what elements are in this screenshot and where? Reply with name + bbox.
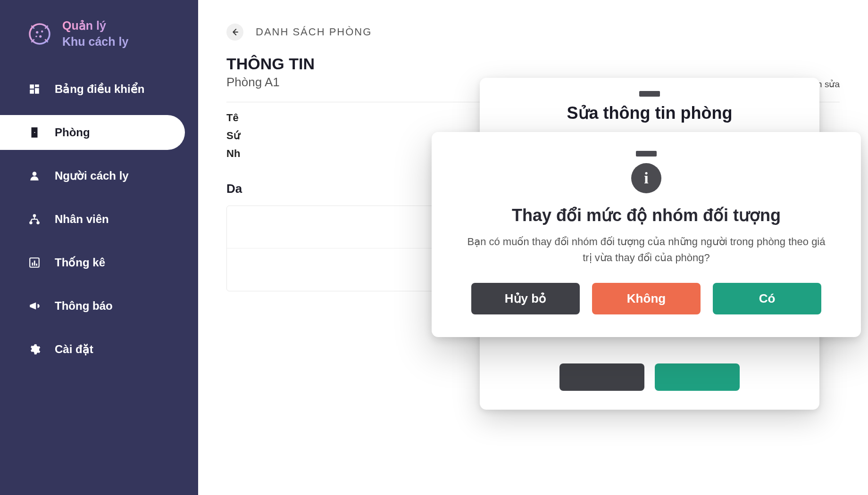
svg-rect-16 bbox=[30, 90, 34, 94]
confirm-actions: Hủy bỏ Không Có bbox=[455, 283, 837, 314]
svg-point-19 bbox=[33, 172, 37, 176]
breadcrumb-title: DANH SÁCH PHÒNG bbox=[256, 26, 372, 38]
nav-label: Thông báo bbox=[55, 299, 113, 313]
nav-label: Thống kê bbox=[55, 256, 105, 269]
svg-rect-25 bbox=[34, 260, 35, 265]
nav-announce[interactable]: Thông báo bbox=[0, 289, 185, 323]
confirm-group-change-modal: i Thay đổi mức độ nhóm đối tượng Bạn có … bbox=[432, 132, 861, 337]
nav-label: Phòng bbox=[55, 126, 90, 139]
modal-title: Sửa thông tin phòng bbox=[499, 103, 801, 123]
app-root: Quản lý Khu cách ly Bảng điều khiển Phòn… bbox=[0, 0, 868, 495]
nav-label: Bảng điều khiển bbox=[55, 82, 144, 96]
brand: Quản lý Khu cách ly bbox=[0, 13, 198, 69]
svg-point-22 bbox=[36, 221, 40, 224]
gear-icon bbox=[27, 342, 42, 356]
confirm-title: Thay đổi mức độ nhóm đối tượng bbox=[455, 206, 837, 225]
svg-rect-26 bbox=[36, 264, 37, 265]
svg-point-11 bbox=[39, 35, 42, 37]
nav-staff[interactable]: Nhân viên bbox=[0, 202, 185, 237]
orgchart-icon bbox=[27, 212, 42, 226]
modal-footer bbox=[499, 363, 801, 391]
nav-label: Nhân viên bbox=[55, 213, 109, 226]
svg-rect-14 bbox=[35, 84, 39, 87]
svg-point-10 bbox=[41, 30, 43, 32]
nav-label: Người cách ly bbox=[55, 169, 129, 182]
megaphone-icon bbox=[27, 299, 42, 313]
nav-stats[interactable]: Thống kê bbox=[0, 245, 185, 280]
brand-line1: Quản lý bbox=[62, 18, 128, 34]
brand-line2: Khu cách ly bbox=[62, 34, 128, 50]
sidebar: Quản lý Khu cách ly Bảng điều khiển Phòn… bbox=[0, 0, 198, 495]
svg-point-21 bbox=[29, 221, 32, 224]
brand-text: Quản lý Khu cách ly bbox=[62, 18, 128, 50]
svg-rect-13 bbox=[30, 84, 34, 89]
modal-drag-handle[interactable] bbox=[636, 151, 657, 157]
back-button[interactable] bbox=[226, 24, 243, 41]
nav-settings[interactable]: Cài đặt bbox=[0, 332, 185, 367]
arrow-left-icon bbox=[231, 28, 239, 36]
svg-rect-15 bbox=[35, 88, 39, 93]
list-heading: Da bbox=[226, 182, 242, 196]
nav-rooms[interactable]: Phòng bbox=[0, 115, 185, 150]
modal-save-button[interactable] bbox=[655, 363, 740, 391]
info-icon: i bbox=[631, 163, 661, 193]
nav-people[interactable]: Người cách ly bbox=[0, 158, 185, 193]
info-heading: THÔNG TIN bbox=[226, 55, 315, 73]
virus-icon bbox=[26, 21, 53, 47]
confirm-body: Bạn có muốn thay đổi nhóm đối tượng của … bbox=[467, 234, 826, 266]
nav-label: Cài đặt bbox=[55, 343, 93, 356]
confirm-no-button[interactable]: Không bbox=[592, 283, 701, 314]
svg-point-18 bbox=[34, 132, 35, 132]
svg-rect-24 bbox=[32, 263, 33, 266]
person-icon bbox=[27, 169, 42, 183]
main: DANH SÁCH PHÒNG THÔNG TIN Phòng A1 nh cá… bbox=[198, 0, 868, 495]
info-title-wrap: THÔNG TIN Phòng A1 bbox=[226, 55, 315, 90]
confirm-cancel-button[interactable]: Hủy bỏ bbox=[471, 283, 580, 314]
svg-point-9 bbox=[36, 31, 38, 33]
info-subtitle: Phòng A1 bbox=[226, 75, 315, 90]
nav: Bảng điều khiển Phòng Người cách ly Nhân… bbox=[0, 72, 198, 367]
chart-icon bbox=[27, 256, 42, 270]
modal-drag-handle[interactable] bbox=[639, 91, 660, 97]
modal-cancel-button[interactable] bbox=[559, 363, 644, 391]
confirm-yes-button[interactable]: Có bbox=[713, 283, 821, 314]
svg-point-20 bbox=[33, 214, 36, 217]
door-icon bbox=[27, 125, 42, 140]
nav-dashboard[interactable]: Bảng điều khiển bbox=[0, 72, 185, 107]
svg-point-12 bbox=[35, 35, 37, 37]
breadcrumb: DANH SÁCH PHÒNG bbox=[226, 24, 840, 41]
dashboard-icon bbox=[27, 82, 42, 96]
